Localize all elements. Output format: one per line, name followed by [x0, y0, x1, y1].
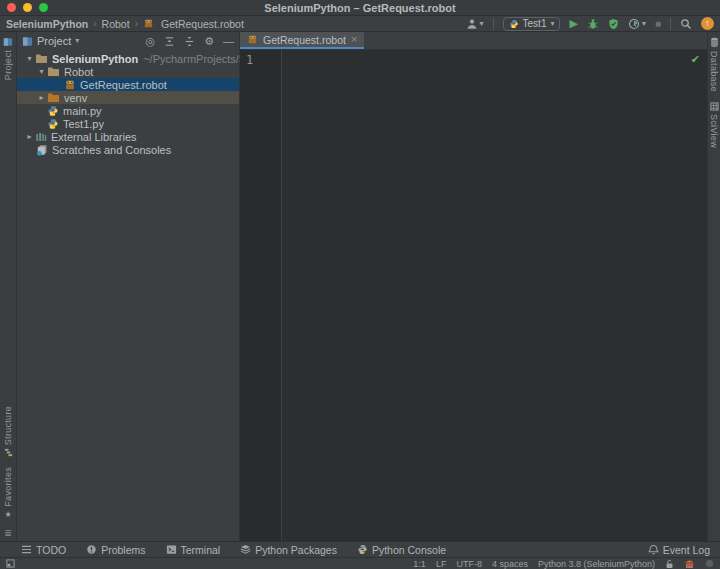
chevron-expanded-icon[interactable]: ▾ [24, 54, 35, 63]
tree-row-seleniumpython[interactable]: ▾ SeleniumPython ~/PycharmProjects/Selen… [17, 52, 239, 65]
toolwindow-label: Favorites [3, 467, 13, 507]
tab-getrequest-robot[interactable]: GetRequest.robot × [240, 32, 364, 49]
project-panel-header: Project ▾ ◎ ⚙ — [17, 32, 239, 50]
database-icon [710, 37, 719, 48]
breadcrumb: SeleniumPython › Robot › GetRequest.robo… [6, 18, 244, 30]
chevron-down-icon: ▾ [75, 37, 79, 45]
sciview-grid-icon [710, 102, 719, 111]
toolwindow-button-database[interactable]: Database [709, 32, 719, 97]
tree-row-test1-py[interactable]: Test1.py [17, 117, 239, 130]
inspections-profile-icon[interactable] [684, 559, 695, 569]
event-log-button[interactable]: Event Log [648, 544, 710, 556]
toolwindow-button-python-console[interactable]: Python Console [357, 544, 446, 556]
tree-item-label: venv [64, 92, 87, 104]
navigation-bar: SeleniumPython › Robot › GetRequest.robo… [0, 16, 720, 32]
structure-icon [4, 448, 13, 457]
hide-panel-button[interactable]: — [223, 36, 234, 47]
tree-item-label: GetRequest.robot [80, 79, 167, 91]
coverage-shield-icon [608, 18, 619, 30]
breadcrumb-folder[interactable]: Robot [102, 18, 130, 30]
stop-button[interactable]: ■ [655, 19, 661, 29]
caret-position[interactable]: 1:1 [413, 559, 426, 569]
run-configuration-select[interactable]: Test1 ▾ [503, 17, 561, 31]
zoom-window-button[interactable] [39, 3, 48, 12]
window-controls [7, 3, 48, 12]
tree-row-scratches[interactable]: Scratches and Consoles [17, 143, 239, 156]
breadcrumb-project[interactable]: SeleniumPython [6, 18, 88, 30]
titlebar: SeleniumPython – GetRequest.robot [0, 0, 720, 16]
toolwindow-button-favorites[interactable]: Favorites ★ [3, 462, 13, 524]
breadcrumb-separator-icon: › [93, 18, 96, 29]
project-toolwindow-icon [3, 37, 13, 47]
tree-item-label: SeleniumPython [52, 53, 138, 65]
select-opened-file-button[interactable]: ◎ [146, 36, 156, 47]
line-separator-indicator[interactable]: LF [436, 559, 447, 569]
editor-code-area[interactable] [282, 50, 707, 541]
python-file-icon [47, 118, 59, 130]
chevron-down-icon: ▾ [642, 20, 646, 28]
indent-indicator[interactable]: 4 spaces [492, 559, 528, 569]
profiler-button[interactable]: ▾ [628, 18, 646, 30]
search-icon [680, 18, 692, 30]
settings-gear-button[interactable]: ⚙ [204, 36, 214, 47]
toolwindow-button-todo[interactable]: TODO [21, 544, 66, 556]
toolwindow-button-sciview[interactable]: SciView [709, 97, 719, 153]
toolwindow-label: Python Console [372, 544, 446, 556]
project-view-selector[interactable]: Project [37, 35, 71, 47]
tree-item-label: Robot [64, 66, 93, 78]
run-button[interactable]: ▶ [569, 18, 577, 29]
toolwindow-button-terminal[interactable]: Terminal [166, 544, 221, 556]
toolwindow-button-project[interactable]: Project [3, 32, 13, 85]
background-tasks-icon[interactable] [705, 559, 714, 568]
editor-gutter[interactable]: 1 [240, 50, 282, 541]
toolwindow-button-structure[interactable]: Structure [3, 401, 13, 462]
project-view-icon [22, 36, 33, 47]
breadcrumb-file[interactable]: GetRequest.robot [161, 18, 244, 30]
close-tab-icon[interactable]: × [351, 34, 357, 45]
search-everywhere-button[interactable] [680, 18, 692, 30]
problems-icon [86, 544, 97, 555]
chevron-collapsed-icon[interactable]: ▸ [36, 93, 47, 102]
toolwindow-button-python-packages[interactable]: Python Packages [240, 544, 337, 556]
libraries-icon [35, 131, 47, 143]
toolwindow-switcher-icon[interactable]: ≣ [4, 524, 12, 541]
editor-tabbar: GetRequest.robot × [240, 32, 707, 50]
minimize-window-button[interactable] [23, 3, 32, 12]
toolwindow-button-problems[interactable]: Problems [86, 544, 145, 556]
toolwindow-label: Project [3, 50, 13, 80]
tree-row-main-py[interactable]: main.py [17, 104, 239, 117]
robot-file-icon [143, 18, 154, 29]
chevron-down-icon: ▾ [480, 20, 484, 28]
toolwindow-quick-access-icon[interactable] [6, 559, 15, 568]
update-notification-button[interactable]: ↑ [701, 17, 714, 30]
toolwindow-label: Event Log [663, 544, 710, 556]
unlocked-icon[interactable] [665, 559, 674, 569]
bug-icon [587, 18, 599, 30]
interpreter-indicator[interactable]: Python 3.8 (SeleniumPython) [538, 559, 655, 569]
chevron-expanded-icon[interactable]: ▾ [36, 67, 47, 76]
user-icon [466, 18, 478, 30]
close-window-button[interactable] [7, 3, 16, 12]
python-file-icon [47, 105, 59, 117]
bottom-toolwindow-bar: TODO Problems Terminal Python Packages P… [0, 541, 720, 557]
project-panel: Project ▾ ◎ ⚙ — ▾ SeleniumPython ~/Pycha… [17, 32, 240, 541]
tree-row-getrequest-robot[interactable]: GetRequest.robot [17, 78, 239, 91]
toolwindow-label: TODO [36, 544, 66, 556]
collapse-all-button[interactable] [184, 36, 195, 47]
tree-row-external-libraries[interactable]: ▸ External Libraries [17, 130, 239, 143]
left-toolwindow-stripe: Project Structure Favorites ★ ≣ [0, 32, 17, 541]
debug-button[interactable] [587, 18, 599, 30]
toolwindow-label: Structure [3, 406, 13, 445]
toolwindow-label: Python Packages [255, 544, 337, 556]
toolwindow-label: SciView [709, 114, 719, 148]
vcs-user-button[interactable]: ▾ [466, 18, 484, 30]
run-with-coverage-button[interactable] [608, 18, 619, 30]
toolwindow-label: Problems [101, 544, 145, 556]
expand-all-button[interactable] [164, 36, 175, 47]
inspections-ok-icon[interactable]: ✔ [691, 53, 700, 66]
tree-row-venv[interactable]: ▸ venv [17, 91, 239, 104]
encoding-indicator[interactable]: UTF-8 [456, 559, 482, 569]
tree-row-robot[interactable]: ▾ Robot [17, 65, 239, 78]
python-icon [509, 19, 519, 29]
chevron-collapsed-icon[interactable]: ▸ [24, 132, 35, 141]
